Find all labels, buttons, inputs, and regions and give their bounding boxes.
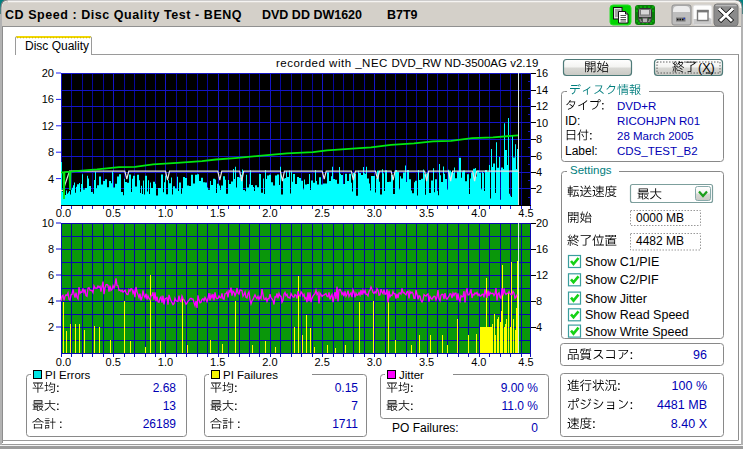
svg-text:8: 8	[536, 295, 542, 307]
svg-text:6: 6	[536, 150, 542, 162]
svg-text:7: 7	[351, 399, 358, 413]
svg-text:2.68: 2.68	[153, 381, 177, 395]
svg-text:16: 16	[536, 243, 548, 255]
svg-text:0.0: 0.0	[56, 207, 71, 219]
svg-text:20: 20	[42, 67, 54, 79]
svg-text:12: 12	[536, 100, 548, 112]
svg-text:10: 10	[42, 217, 54, 229]
svg-text:DVD+R: DVD+R	[617, 100, 656, 112]
svg-text:0.0: 0.0	[56, 356, 71, 368]
svg-text:Show C1/PIE: Show C1/PIE	[585, 255, 659, 269]
svg-text:DVD_RW ND-3500AG v2.19: DVD_RW ND-3500AG v2.19	[392, 57, 539, 69]
svg-text:0.5: 0.5	[106, 207, 121, 219]
svg-text:4: 4	[48, 295, 54, 307]
svg-text:1.0: 1.0	[158, 207, 173, 219]
svg-text:4.0: 4.0	[471, 207, 486, 219]
svg-text:CDS_TEST_B2: CDS_TEST_B2	[617, 145, 698, 157]
svg-text:0.15: 0.15	[335, 381, 359, 395]
svg-text:2.0: 2.0	[262, 356, 277, 368]
svg-text:13: 13	[163, 399, 177, 413]
svg-text:4: 4	[536, 321, 542, 333]
svg-text:3.5: 3.5	[419, 356, 434, 368]
svg-text:11.0 %: 11.0 %	[502, 399, 539, 413]
svg-text:14: 14	[536, 84, 548, 96]
svg-text:Show Jitter: Show Jitter	[585, 292, 647, 306]
svg-text:8.40 X: 8.40 X	[671, 417, 708, 431]
svg-text:8: 8	[48, 146, 54, 158]
svg-text:4482 MB: 4482 MB	[636, 234, 684, 248]
svg-text:0000 MB: 0000 MB	[636, 211, 684, 225]
svg-text:9.00 %: 9.00 %	[501, 381, 539, 395]
svg-text:1.5: 1.5	[210, 356, 225, 368]
svg-text:1.0: 1.0	[158, 356, 173, 368]
svg-text:DVD DD DW1620: DVD DD DW1620	[262, 8, 362, 22]
svg-text:recorded with _NEC: recorded with _NEC	[276, 57, 388, 69]
svg-text:2.5: 2.5	[314, 207, 329, 219]
svg-text:16: 16	[42, 93, 54, 105]
svg-text:16: 16	[536, 67, 548, 79]
svg-text:RICOHJPN R01: RICOHJPN R01	[617, 115, 700, 127]
svg-text:2: 2	[536, 183, 542, 195]
svg-text:2.5: 2.5	[314, 356, 329, 368]
svg-text:4481 MB: 4481 MB	[657, 398, 707, 412]
svg-text:4.0: 4.0	[471, 356, 486, 368]
svg-text:(X): (X)	[698, 61, 715, 75]
svg-text:PI Errors: PI Errors	[45, 369, 91, 381]
svg-text:3.0: 3.0	[367, 356, 382, 368]
svg-text:10: 10	[536, 117, 548, 129]
svg-text:0.5: 0.5	[106, 356, 121, 368]
svg-text:Show C2/PIF: Show C2/PIF	[585, 273, 659, 287]
svg-text:96: 96	[693, 348, 707, 362]
svg-text:12: 12	[42, 120, 54, 132]
svg-text:0: 0	[531, 421, 538, 435]
svg-text:8: 8	[536, 133, 542, 145]
svg-text:4.5: 4.5	[518, 356, 533, 368]
svg-text:28 March 2005: 28 March 2005	[617, 130, 694, 142]
svg-text:Settings: Settings	[570, 164, 612, 176]
svg-text:CD Speed : Disc Quality Test -: CD Speed : Disc Quality Test - BENQ	[5, 8, 242, 22]
svg-text:100 %: 100 %	[672, 379, 707, 393]
svg-text:1711: 1711	[332, 417, 358, 431]
svg-text:Show Write Speed: Show Write Speed	[585, 325, 688, 339]
svg-text:Disc Quality: Disc Quality	[25, 39, 89, 53]
svg-text:12: 12	[536, 269, 548, 281]
svg-text:Show Read Speed: Show Read Speed	[585, 308, 689, 322]
svg-text:8: 8	[48, 243, 54, 255]
svg-text:2.0: 2.0	[262, 207, 277, 219]
svg-text:26189: 26189	[143, 417, 177, 431]
svg-text:1.5: 1.5	[210, 207, 225, 219]
svg-text:2: 2	[48, 321, 54, 333]
svg-text:Label:: Label:	[565, 144, 598, 158]
svg-text:3.0: 3.0	[367, 207, 382, 219]
svg-text:Jitter: Jitter	[399, 369, 424, 381]
svg-text:4.5: 4.5	[518, 207, 533, 219]
svg-text:B7T9: B7T9	[387, 8, 418, 22]
svg-text:4: 4	[536, 166, 542, 178]
svg-text:6: 6	[48, 269, 54, 281]
svg-text:20: 20	[536, 217, 548, 229]
svg-text:PO Failures:: PO Failures:	[392, 421, 459, 435]
svg-text:ID:: ID:	[565, 114, 580, 128]
svg-text:3.5: 3.5	[419, 207, 434, 219]
svg-text:PI Failures: PI Failures	[223, 369, 278, 381]
svg-text:4: 4	[48, 173, 54, 185]
